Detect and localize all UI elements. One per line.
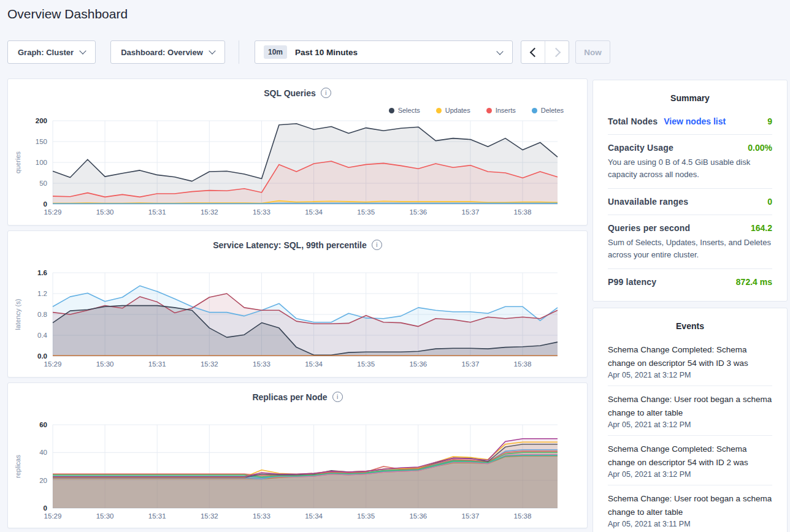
- event-item: Schema Change Completed: Schema change o…: [608, 336, 772, 386]
- svg-text:15:37: 15:37: [462, 512, 480, 520]
- svg-text:15:38: 15:38: [514, 360, 532, 368]
- svg-text:15:34: 15:34: [305, 512, 323, 520]
- svg-text:1.2: 1.2: [37, 290, 47, 297]
- legend-item-selects[interactable]: Selects: [389, 107, 420, 114]
- info-icon[interactable]: i: [332, 392, 343, 402]
- summary-label: Unavailable ranges: [608, 197, 688, 207]
- chevron-right-icon: [551, 47, 561, 57]
- legend-item-updates[interactable]: Updates: [436, 107, 470, 114]
- dashboard-dropdown[interactable]: Dashboard: Overview: [110, 40, 225, 64]
- time-range-selector[interactable]: 10m Past 10 Minutes: [255, 40, 513, 64]
- legend-label: Selects: [398, 107, 420, 114]
- events-title: Events: [593, 308, 787, 336]
- service-latency-chart[interactable]: 15:2915:3015:3115:3215:3315:3415:3515:36…: [8, 231, 588, 377]
- legend-label: Deletes: [541, 107, 564, 114]
- svg-text:15:35: 15:35: [357, 512, 375, 520]
- event-message: Schema Change: User root began a schema …: [608, 492, 772, 519]
- svg-text:15:29: 15:29: [44, 208, 62, 216]
- legend-item-inserts[interactable]: Inserts: [486, 107, 516, 114]
- view-nodes-list-link[interactable]: View nodes list: [664, 116, 726, 126]
- graph-dropdown-label: Graph: Cluster: [18, 48, 74, 57]
- svg-text:15:30: 15:30: [96, 512, 114, 520]
- summary-title: Summary: [593, 80, 787, 108]
- summary-label: Capacity Usage: [608, 143, 673, 153]
- svg-text:15:31: 15:31: [148, 360, 166, 368]
- svg-text:15:34: 15:34: [305, 360, 323, 368]
- legend-item-deletes[interactable]: Deletes: [532, 107, 564, 114]
- next-time-button[interactable]: [545, 41, 569, 63]
- now-button[interactable]: Now: [575, 40, 610, 64]
- svg-text:15:37: 15:37: [462, 360, 480, 368]
- svg-text:1.6: 1.6: [37, 269, 47, 276]
- svg-text:15:35: 15:35: [357, 360, 375, 368]
- chevron-down-icon: [496, 48, 503, 55]
- svg-text:15:34: 15:34: [305, 208, 323, 216]
- chevron-left-icon: [529, 47, 539, 57]
- event-timestamp: Apr 05, 2021 at 3:11 PM: [608, 520, 772, 528]
- prev-time-button[interactable]: [521, 41, 545, 63]
- chevron-down-icon: [209, 47, 215, 54]
- sql-queries-chart[interactable]: 15:2915:3015:3115:3215:3315:3415:3515:36…: [8, 79, 588, 225]
- svg-text:15:36: 15:36: [409, 512, 427, 520]
- event-item: Schema Change: User root began a schema …: [608, 386, 772, 436]
- svg-text:15:31: 15:31: [148, 512, 166, 520]
- events-panel: Events Schema Change Completed: Schema c…: [592, 308, 788, 532]
- svg-text:latency (s): latency (s): [14, 299, 21, 330]
- svg-text:40: 40: [39, 449, 47, 456]
- service-latency-card: Service Latency: SQL, 99th percentile i …: [7, 230, 588, 378]
- chart-title: SQL Queries: [264, 88, 316, 98]
- divider: [239, 40, 239, 64]
- page-title: Overview Dashboard: [7, 7, 128, 21]
- svg-text:replicas: replicas: [14, 455, 21, 478]
- summary-value: 9: [767, 116, 772, 126]
- legend-label: Updates: [445, 107, 470, 114]
- summary-value: 164.2: [751, 223, 772, 233]
- summary-description: You are using 0 B of 4.5 GiB usable disk…: [608, 156, 772, 180]
- chart-title: Replicas per Node: [252, 392, 327, 402]
- event-message: Schema Change Completed: Schema change o…: [608, 443, 772, 469]
- event-timestamp: Apr 05, 2021 at 3:12 PM: [608, 420, 772, 429]
- event-message: Schema Change Completed: Schema change o…: [608, 343, 772, 370]
- summary-row-total-nodes: Total Nodes View nodes list 9: [608, 108, 772, 135]
- summary-label: Queries per second: [608, 223, 690, 233]
- svg-text:0.8: 0.8: [37, 311, 47, 318]
- svg-text:15:32: 15:32: [201, 208, 218, 216]
- time-step-group: [521, 40, 569, 64]
- chart-legend: Selects Updates Inserts Deletes: [389, 107, 564, 114]
- svg-text:100: 100: [36, 159, 47, 166]
- summary-label: Total Nodes: [608, 116, 658, 126]
- svg-text:20: 20: [39, 477, 47, 484]
- svg-text:15:29: 15:29: [44, 512, 62, 520]
- chart-title: Service Latency: SQL, 99th percentile: [213, 240, 367, 250]
- graph-dropdown[interactable]: Graph: Cluster: [7, 40, 96, 64]
- svg-text:15:37: 15:37: [462, 208, 480, 216]
- svg-text:queries: queries: [14, 151, 21, 173]
- svg-text:15:30: 15:30: [96, 208, 114, 216]
- info-icon[interactable]: i: [372, 240, 382, 250]
- svg-text:0.4: 0.4: [37, 332, 48, 339]
- time-range-label: Past 10 Minutes: [295, 48, 358, 57]
- svg-text:50: 50: [39, 180, 47, 187]
- svg-text:15:36: 15:36: [409, 360, 427, 368]
- replicas-per-node-chart[interactable]: 15:2915:3015:3115:3215:3315:3415:3515:36…: [8, 383, 588, 528]
- svg-text:0: 0: [44, 200, 47, 208]
- svg-text:15:33: 15:33: [253, 360, 270, 368]
- chevron-down-icon: [79, 47, 86, 54]
- summary-row-p99-latency: P99 latency 872.4 ms: [608, 269, 772, 295]
- series-dot-icon: [486, 108, 492, 113]
- svg-text:15:36: 15:36: [409, 208, 427, 216]
- summary-panel: Summary Total Nodes View nodes list 9 Ca…: [592, 80, 788, 302]
- event-item: Schema Change Completed: Schema change o…: [608, 436, 772, 485]
- svg-text:0.0: 0.0: [37, 352, 47, 360]
- svg-text:15:31: 15:31: [148, 208, 166, 216]
- summary-label: P99 latency: [608, 277, 656, 287]
- summary-value: 0: [767, 197, 772, 207]
- summary-description: Sum of Selects, Updates, Inserts, and De…: [608, 237, 772, 260]
- dashboard-dropdown-label: Dashboard: Overview: [121, 48, 203, 57]
- event-timestamp: Apr 05, 2021 at 3:12 PM: [608, 470, 772, 479]
- svg-text:15:32: 15:32: [201, 512, 218, 520]
- svg-text:15:30: 15:30: [96, 360, 114, 368]
- info-icon[interactable]: i: [321, 88, 331, 98]
- svg-text:150: 150: [36, 138, 47, 145]
- svg-text:15:32: 15:32: [201, 360, 218, 368]
